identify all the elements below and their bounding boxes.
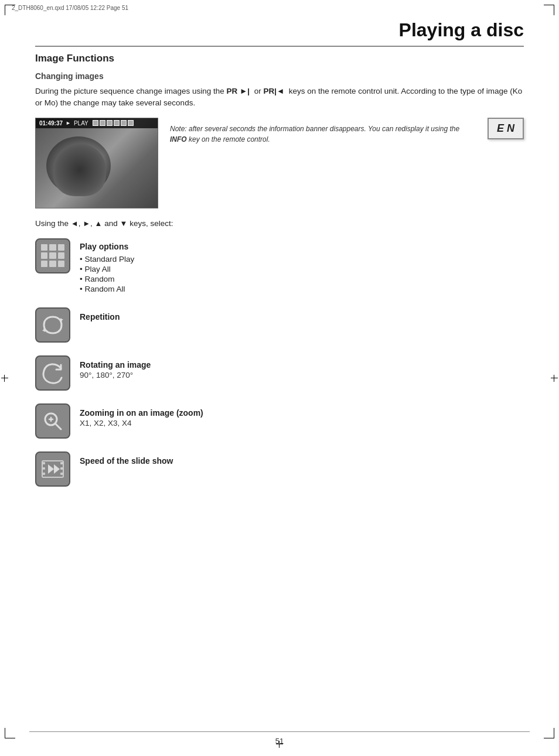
repetition-text: Repetition: [80, 307, 524, 323]
en-badge: E N: [488, 118, 524, 139]
screenshot-image: 01:49:37 ► PLAY: [35, 118, 158, 208]
speed-icon: [35, 451, 70, 487]
image-area: 01:49:37 ► PLAY Note: after several seco…: [35, 118, 524, 208]
grid-cell: [49, 244, 56, 251]
zoom-icon-wrapper: [36, 405, 69, 437]
play-options-list: Play options Standard Play Play All Rand…: [80, 238, 134, 295]
speed-text: Speed of the slide show: [80, 451, 524, 467]
arrow-down: ▼: [120, 219, 128, 228]
rotating-row: Rotating an image 90°, 180°, 270°: [35, 355, 524, 391]
section-heading: Image Functions: [35, 53, 524, 64]
note-text: Note: after several seconds the informat…: [170, 125, 459, 143]
page-footer: 51: [29, 731, 530, 745]
speed-svg: [40, 456, 66, 482]
play-icon-small: ►: [66, 120, 71, 126]
grid-cell: [58, 252, 64, 259]
play-label: PLAY: [74, 120, 88, 126]
rotate-icon-wrapper: [36, 357, 69, 389]
header-filename: 2_DTH8060_en.qxd 17/08/05 12:22 Page 51: [12, 5, 128, 11]
crop-mark-br: [544, 728, 554, 738]
en-box: E N: [488, 118, 524, 139]
page-header: 2_DTH8060_en.qxd 17/08/05 12:22 Page 51: [0, 0, 559, 13]
grid-cell: [58, 261, 64, 267]
repetition-title: Repetition: [80, 312, 524, 321]
svg-rect-10: [60, 473, 63, 475]
repeat-svg: [40, 312, 66, 338]
keys-line: Using the ◄, ►, ▲ and ▼ keys, select:: [35, 219, 524, 228]
grid-icon: [36, 240, 69, 272]
grid-cell: [41, 252, 47, 259]
sub-heading: Changing images: [35, 71, 524, 81]
arrow-left: ◄: [71, 219, 79, 228]
svg-marker-12: [54, 464, 60, 474]
svg-marker-11: [48, 464, 54, 474]
speed-icon-wrapper: [36, 453, 69, 485]
rotate-svg: [40, 360, 66, 386]
rotating-icon: [35, 355, 70, 391]
svg-rect-9: [60, 467, 63, 470]
speed-title: Speed of the slide show: [80, 456, 524, 466]
play-option-random: Random: [80, 275, 134, 283]
play-options-row: Play options Standard Play Play All Rand…: [35, 238, 524, 295]
intro-text: During the picture sequence change image…: [35, 85, 524, 110]
zooming-icon: [35, 403, 70, 439]
crop-mark-bl: [5, 728, 15, 738]
crop-mark-tr: [544, 5, 554, 15]
lion-head: [53, 143, 106, 196]
repeat-icon-wrapper: [36, 309, 69, 341]
repetition-row: Repetition: [35, 307, 524, 343]
rotating-title: Rotating an image: [80, 360, 524, 370]
arrow-up: ▲: [95, 219, 103, 228]
zoom-svg: [40, 408, 66, 434]
en-text: E N: [497, 122, 514, 134]
play-options-icon: [35, 238, 70, 273]
screenshot-bar: 01:49:37 ► PLAY: [36, 118, 158, 128]
svg-rect-8: [60, 462, 63, 464]
repetition-icon: [35, 307, 70, 343]
center-right-cross: [550, 374, 559, 383]
center-left-cross: [0, 374, 9, 383]
page-number: 51: [275, 737, 284, 745]
grid-cell: [41, 261, 47, 267]
lion-background: 01:49:37 ► PLAY: [36, 118, 158, 208]
page-title-area: Playing a disc: [35, 19, 524, 47]
play-options-title: Play options: [80, 242, 134, 251]
zooming-title: Zooming in on an image (zoom): [80, 408, 524, 418]
speed-row: Speed of the slide show: [35, 451, 524, 487]
crop-mark-tl: [5, 5, 15, 15]
svg-line-3: [55, 423, 61, 429]
screenshot-time: 01:49:37: [39, 120, 63, 126]
zooming-row: Zooming in on an image (zoom) X1, X2, X3…: [35, 403, 524, 439]
note-area: Note: after several seconds the informat…: [170, 124, 476, 145]
play-option-all: Play All: [80, 265, 134, 273]
icon-squares: [93, 120, 134, 126]
page-title: Playing a disc: [399, 19, 524, 40]
keys-and: and: [104, 219, 118, 228]
main-content: Playing a disc Image Functions Changing …: [0, 13, 559, 535]
grid-cell: [49, 261, 56, 267]
zooming-text: Zooming in on an image (zoom) X1, X2, X3…: [80, 403, 524, 427]
grid-cell: [41, 244, 47, 251]
play-option-random-all: Random All: [80, 285, 134, 293]
grid-cell: [49, 252, 56, 259]
rotating-desc: 90°, 180°, 270°: [80, 371, 524, 379]
rotating-text: Rotating an image 90°, 180°, 270°: [80, 355, 524, 379]
arrow-right: ►: [83, 219, 90, 228]
play-options-items: Standard Play Play All Random Random All: [80, 255, 134, 293]
grid-cell: [58, 244, 64, 251]
play-option-standard: Standard Play: [80, 255, 134, 264]
zooming-desc: X1, X2, X3, X4: [80, 419, 524, 427]
